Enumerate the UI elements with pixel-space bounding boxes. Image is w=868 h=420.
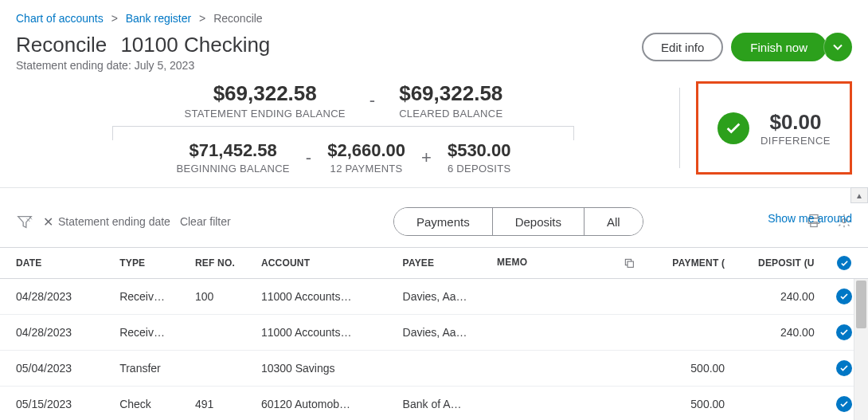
cell-memo [491, 279, 642, 315]
filter-icon[interactable] [16, 213, 33, 230]
cell-payment [642, 279, 732, 315]
col-header-type[interactable]: TYPE [113, 248, 189, 279]
payments-total: $2,660.00 12 PAYMENTS [327, 140, 405, 175]
cell-ref: 100 [189, 279, 255, 315]
summary-balances: $69,322.58 STATEMENT ENDING BALANCE - $6… [16, 81, 671, 175]
page-title: Reconcile 10100 Checking [16, 33, 270, 57]
cell-date: 04/28/2023 [0, 315, 113, 351]
tab-payments[interactable]: Payments [394, 208, 493, 235]
deposits-total: $530.00 6 DEPOSITS [448, 140, 511, 175]
scroll-up-button[interactable]: ▲ [850, 187, 868, 203]
remove-filter-icon[interactable]: ✕ [43, 214, 53, 230]
tab-deposits[interactable]: Deposits [493, 208, 585, 235]
cell-payment [642, 315, 732, 351]
cell-deposit [731, 351, 821, 387]
cell-memo [491, 351, 642, 387]
table-row[interactable]: 05/15/2023Check49160120 Automob…Bank of … [0, 387, 868, 421]
row-check-icon[interactable] [836, 324, 852, 340]
cell-date: 04/28/2023 [0, 279, 113, 315]
cell-payment: 500.00 [642, 351, 732, 387]
col-header-ref[interactable]: REF NO. [189, 248, 255, 279]
cell-type: Receiv… [113, 315, 189, 351]
chevron-right-icon: > [111, 12, 118, 25]
cell-date: 05/04/2023 [0, 351, 113, 387]
check-all-icon[interactable] [837, 256, 851, 270]
cell-type: Transfer [113, 351, 189, 387]
row-check-icon[interactable] [836, 289, 852, 304]
cell-deposit [731, 387, 821, 421]
show-me-around-link[interactable]: Show me around [768, 212, 852, 225]
table-row[interactable]: 04/28/2023Receiv…11000 Accounts…Davies, … [0, 315, 868, 351]
success-check-icon [717, 112, 749, 144]
cell-account: 60120 Automob… [255, 387, 397, 421]
minus-sign: - [369, 90, 375, 111]
cell-date: 05/15/2023 [0, 387, 113, 421]
edit-info-button[interactable]: Edit info [642, 33, 723, 61]
cell-payee: Davies, Aa… [397, 315, 491, 351]
chevron-down-icon [833, 42, 843, 52]
cleared-balance: $69,322.58 CLEARED BALANCE [399, 81, 502, 120]
table-row[interactable]: 04/28/2023Receiv…10011000 Accounts…Davie… [0, 279, 868, 315]
col-header-date[interactable]: DATE [0, 248, 113, 279]
svg-rect-5 [628, 261, 633, 267]
cell-ref [189, 351, 255, 387]
reconcile-table: DATE TYPE REF NO. ACCOUNT PAYEE MEMO PAY… [0, 247, 868, 420]
breadcrumb-current: Reconcile [213, 12, 262, 25]
difference-label: DIFFERENCE [760, 135, 831, 147]
statement-date: Statement ending date: July 5, 2023 [16, 59, 270, 72]
cell-deposit: 240.00 [731, 315, 821, 351]
col-header-check[interactable] [821, 248, 868, 279]
cell-account: 10300 Savings [255, 351, 397, 387]
cell-payment: 500.00 [642, 387, 732, 421]
cell-ref: 491 [189, 387, 255, 421]
page-title-block: Reconcile 10100 Checking Statement endin… [16, 33, 270, 72]
breadcrumb: Chart of accounts > Bank register > Reco… [16, 12, 852, 25]
finish-now-button[interactable]: Finish now [731, 33, 827, 61]
cell-memo [491, 387, 642, 421]
difference-box: $0.00 DIFFERENCE [696, 81, 852, 175]
col-header-payee[interactable]: PAYEE [397, 248, 491, 279]
breadcrumb-chart[interactable]: Chart of accounts [16, 12, 104, 25]
cell-account: 11000 Accounts… [255, 315, 397, 351]
row-check-icon[interactable] [836, 360, 852, 376]
segment-control: Payments Deposits All [393, 207, 643, 236]
copy-icon[interactable] [623, 257, 635, 269]
chevron-right-icon: > [199, 12, 205, 25]
cell-deposit: 240.00 [731, 279, 821, 315]
col-header-memo[interactable]: MEMO [491, 248, 642, 279]
statement-ending-balance: $69,322.58 STATEMENT ENDING BALANCE [185, 81, 346, 120]
plus-sign: + [421, 147, 432, 168]
cell-payee: Bank of A… [397, 387, 491, 421]
col-header-payment[interactable]: PAYMENT ( [642, 248, 732, 279]
cell-payee: Davies, Aa… [397, 279, 491, 315]
page-title-account: 10100 Checking [120, 33, 270, 57]
cell-payee [397, 351, 491, 387]
cell-ref [189, 315, 255, 351]
vertical-scrollbar[interactable] [854, 279, 868, 420]
cell-account: 11000 Accounts… [255, 279, 397, 315]
minus-sign: - [306, 147, 311, 168]
finish-dropdown-button[interactable] [823, 33, 852, 61]
cell-type: Receiv… [113, 279, 189, 315]
tab-all[interactable]: All [585, 208, 643, 235]
beginning-balance: $71,452.58 BEGINNING BALANCE [176, 140, 289, 175]
filter-chip-statement-date: ✕ Statement ending date [43, 214, 170, 230]
col-header-account[interactable]: ACCOUNT [255, 248, 397, 279]
breadcrumb-register[interactable]: Bank register [126, 12, 191, 25]
page-title-main: Reconcile [16, 33, 107, 57]
difference-amount: $0.00 [760, 110, 831, 135]
row-check-icon[interactable] [836, 396, 852, 412]
col-header-deposit[interactable]: DEPOSIT (U [731, 248, 821, 279]
cell-memo [491, 315, 642, 351]
clear-filter-link[interactable]: Clear filter [180, 215, 231, 228]
table-row[interactable]: 05/04/2023Transfer10300 Savings500.00 [0, 351, 868, 387]
cell-type: Check [113, 387, 189, 421]
